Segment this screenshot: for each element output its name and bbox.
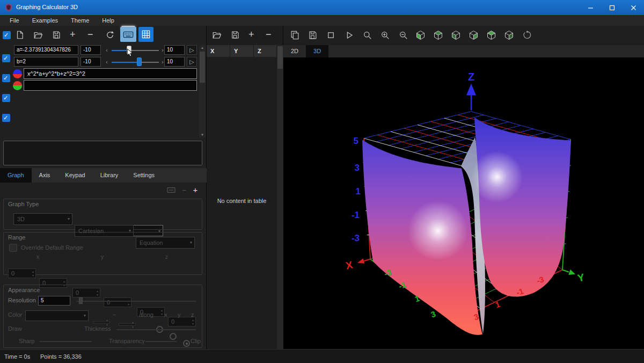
table-scrollbar[interactable] [277, 45, 283, 349]
along-z-radio[interactable] [183, 340, 190, 347]
preset-add-button[interactable]: + [190, 185, 201, 195]
zoom-out-icon[interactable] [398, 30, 408, 40]
view-front-icon[interactable] [415, 30, 426, 41]
equation-1-color-swatch[interactable] [13, 69, 22, 78]
select-all-checkbox[interactable] [3, 31, 11, 39]
equation-1-checkbox[interactable] [2, 94, 10, 102]
refresh-icon[interactable] [105, 30, 115, 40]
menu-examples[interactable]: Examples [26, 15, 64, 26]
table-scrollbar-thumb[interactable] [277, 46, 283, 69]
param-a-step-down-button[interactable]: ‹ [104, 46, 110, 55]
resolution-slider-handle[interactable] [79, 297, 83, 304]
maximize-button[interactable] [601, 0, 623, 15]
param-a-min-input[interactable]: -10 [80, 45, 101, 55]
table-toggle-button[interactable] [138, 27, 153, 42]
table-open-icon[interactable] [212, 30, 222, 40]
copy-image-icon[interactable] [290, 30, 300, 40]
param-b-input[interactable]: b=2 [14, 57, 78, 67]
column-header-x[interactable]: X [207, 45, 230, 57]
save-image-icon[interactable] [308, 30, 318, 40]
add-equation-icon[interactable]: + [70, 28, 76, 41]
table-add-row-icon[interactable]: + [248, 28, 254, 41]
tab-axis[interactable]: Axis [32, 168, 58, 183]
menu-bar: File Examples Theme Help [0, 15, 644, 26]
window-title: Graphing Calculator 3D [16, 4, 78, 10]
table-remove-row-icon[interactable]: − [266, 28, 272, 41]
param-b-min-input[interactable]: -10 [80, 57, 101, 67]
view-bottom-icon[interactable] [503, 30, 515, 41]
range-y-label: y [101, 254, 104, 260]
along-y-radio[interactable] [170, 333, 177, 340]
view-left-icon[interactable] [450, 30, 462, 41]
stop-icon[interactable] [326, 30, 336, 40]
scroll-down-icon[interactable]: ▾ [199, 132, 206, 137]
search-icon[interactable] [362, 30, 372, 40]
status-bar: Time = 0s Points = 36,336 [0, 349, 644, 363]
equations-panel: + − a=-2.37391304347826 -10 ‹ › 10 ▷ [0, 26, 207, 349]
equation-1-input[interactable]: x^2*a+y^2*b+z^2=3^2 [24, 68, 197, 79]
y-tick: 3 [430, 309, 437, 320]
keypad-toggle-button[interactable] [120, 27, 136, 42]
scrollbar-thumb[interactable] [200, 52, 205, 83]
equation-2-checkbox[interactable] [2, 114, 10, 122]
override-range-label: Override Default Range [21, 244, 83, 251]
reset-rotation-icon[interactable] [522, 30, 532, 40]
range-x-min-spinner[interactable]: 0 [8, 268, 36, 278]
param-b-checkbox[interactable] [2, 74, 10, 82]
rename-icon[interactable] [167, 186, 175, 194]
minimize-icon [588, 5, 594, 11]
tab-graph[interactable]: Graph [0, 168, 32, 183]
close-button[interactable] [623, 0, 644, 15]
view-back-icon[interactable] [433, 30, 444, 41]
open-file-icon[interactable] [33, 30, 43, 40]
param-b-slider-handle[interactable] [137, 57, 142, 66]
graph-dimension-dropdown[interactable]: 3D [13, 213, 72, 225]
tab-settings[interactable]: Settings [126, 168, 162, 183]
plot-3d-viewport[interactable]: Z X Y 5 3 1 -1 -3 -3 [283, 57, 644, 349]
save-icon[interactable] [52, 30, 61, 40]
view-right-icon[interactable] [468, 30, 479, 41]
status-time: Time = 0s [4, 353, 30, 360]
override-range-checkbox[interactable] [9, 244, 17, 252]
param-b-step-down-button[interactable]: ‹ [104, 58, 110, 67]
equations-scrollbar[interactable]: ▴ ▾ [199, 45, 206, 137]
view-top-icon[interactable] [486, 30, 497, 41]
remove-equation-icon[interactable]: − [87, 28, 93, 41]
param-a-checkbox[interactable] [2, 54, 10, 62]
play-icon[interactable] [344, 30, 354, 40]
equation-2-input[interactable] [24, 80, 197, 91]
param-a-input[interactable]: a=-2.37391304347826 [14, 45, 78, 55]
equation-2-color-swatch[interactable] [13, 81, 22, 90]
zoom-in-icon[interactable] [380, 30, 390, 40]
menu-help[interactable]: Help [96, 15, 121, 26]
tab-library[interactable]: Library [93, 168, 126, 183]
menu-file[interactable]: File [3, 15, 26, 26]
y-axis-arrow [568, 270, 575, 275]
color-to-spinner[interactable] [119, 323, 136, 325]
tab-2d[interactable]: 2D [283, 45, 306, 57]
graph-type-group: Graph Type 3D Cartesian Equation [3, 199, 202, 230]
column-header-y[interactable]: Y [230, 45, 254, 57]
param-a-animate-button[interactable]: ▷ [187, 45, 197, 55]
preset-remove-button[interactable]: − [179, 185, 189, 195]
scroll-up-icon[interactable]: ▴ [199, 45, 206, 50]
minimize-button[interactable] [580, 0, 601, 15]
param-b-animate-button[interactable]: ▷ [187, 57, 197, 67]
graph-type-title: Graph Type [8, 201, 39, 207]
sharp-slider-track[interactable] [39, 341, 92, 342]
thickness-slider-track[interactable] [116, 329, 196, 330]
new-file-icon[interactable] [15, 30, 25, 40]
column-header-z[interactable]: Z [254, 45, 277, 57]
param-a-max-input[interactable]: 10 [164, 45, 185, 55]
param-b-max-input[interactable]: 10 [164, 57, 185, 67]
color-from-spinner[interactable] [93, 321, 110, 323]
color-dropdown[interactable] [25, 310, 89, 321]
tab-3d[interactable]: 3D [306, 45, 328, 57]
resolution-slider-track[interactable] [77, 301, 196, 302]
along-x-label: x [164, 311, 167, 318]
tab-keypad[interactable]: Keypad [57, 168, 92, 183]
table-save-icon[interactable] [230, 30, 240, 40]
transparency-slider-track[interactable] [145, 341, 177, 342]
resolution-input[interactable]: 5 [38, 296, 70, 306]
menu-theme[interactable]: Theme [64, 15, 96, 26]
